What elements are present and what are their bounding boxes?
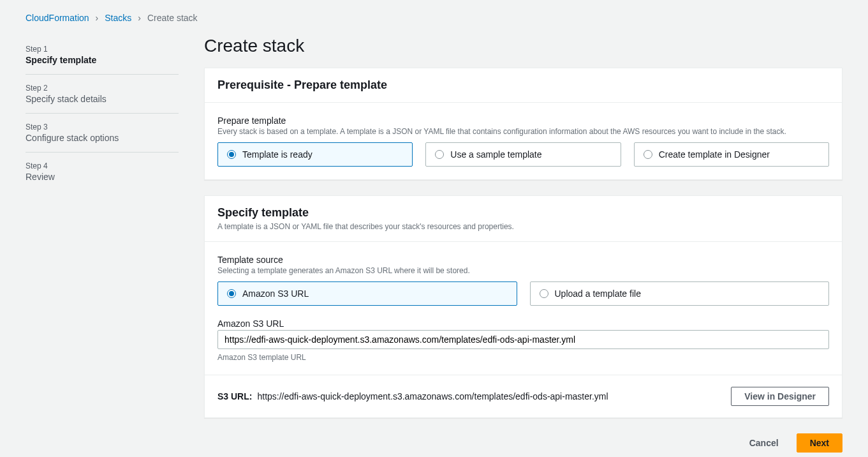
step-number: Step 4 [26, 161, 179, 170]
wizard-step-2[interactable]: Step 2 Specify stack details [26, 75, 179, 114]
step-number: Step 2 [26, 84, 179, 93]
breadcrumb: CloudFormation › Stacks › Create stack [26, 13, 842, 23]
step-title: Specify stack details [26, 94, 179, 104]
next-button[interactable]: Next [797, 433, 842, 453]
s3-url-help: Amazon S3 template URL [217, 353, 829, 362]
prerequisite-heading: Prerequisite - Prepare template [217, 79, 829, 92]
wizard-sidebar: Step 1 Specify template Step 2 Specify s… [26, 36, 179, 453]
template-source-label: Template source [217, 255, 829, 265]
breadcrumb-current: Create stack [147, 13, 198, 23]
breadcrumb-link-stacks[interactable]: Stacks [105, 13, 131, 23]
radio-icon [644, 150, 652, 159]
s3-url-display-value: https://edfi-aws-quick-deployment.s3.ama… [257, 391, 608, 401]
wizard-step-4[interactable]: Step 4 Review [26, 153, 179, 191]
radio-label: Upload a template file [555, 288, 641, 299]
wizard-actions: Cancel Next [204, 433, 842, 453]
radio-label: Create template in Designer [659, 149, 770, 160]
step-title: Specify template [26, 55, 179, 65]
radio-template-ready[interactable]: Template is ready [217, 142, 413, 167]
radio-icon [227, 289, 236, 298]
step-title: Configure stack options [26, 133, 179, 143]
breadcrumb-link-cloudformation[interactable]: CloudFormation [26, 13, 89, 23]
wizard-step-3[interactable]: Step 3 Configure stack options [26, 114, 179, 153]
specify-heading: Specify template [217, 206, 829, 220]
wizard-step-1[interactable]: Step 1 Specify template [26, 36, 179, 75]
radio-s3-url[interactable]: Amazon S3 URL [217, 281, 517, 306]
radio-label: Amazon S3 URL [242, 288, 309, 299]
radio-label: Template is ready [242, 149, 313, 160]
cancel-button[interactable]: Cancel [737, 433, 791, 453]
radio-create-designer[interactable]: Create template in Designer [634, 142, 829, 167]
step-number: Step 3 [26, 123, 179, 131]
s3-url-display-label: S3 URL: [217, 391, 252, 401]
step-number: Step 1 [26, 45, 179, 54]
s3-url-input[interactable] [217, 330, 829, 349]
radio-upload-file[interactable]: Upload a template file [530, 281, 830, 306]
s3-url-input-label: Amazon S3 URL [217, 318, 829, 329]
radio-icon [540, 289, 548, 298]
radio-label: Use a sample template [450, 149, 541, 160]
prerequisite-panel: Prerequisite - Prepare template Prepare … [204, 68, 842, 180]
prepare-template-label: Prepare template [217, 116, 829, 126]
template-source-hint: Selecting a template generates an Amazon… [217, 266, 829, 275]
step-title: Review [26, 172, 179, 182]
view-in-designer-button[interactable]: View in Designer [731, 387, 829, 406]
radio-sample-template[interactable]: Use a sample template [425, 142, 621, 167]
specify-template-panel: Specify template A template is a JSON or… [204, 195, 842, 418]
chevron-right-icon: › [96, 13, 99, 23]
specify-subtitle: A template is a JSON or YAML file that d… [217, 222, 829, 231]
prepare-template-hint: Every stack is based on a template. A te… [217, 127, 829, 136]
page-title: Create stack [204, 36, 842, 56]
radio-icon [227, 150, 236, 159]
chevron-right-icon: › [138, 13, 141, 23]
radio-icon [435, 150, 444, 159]
